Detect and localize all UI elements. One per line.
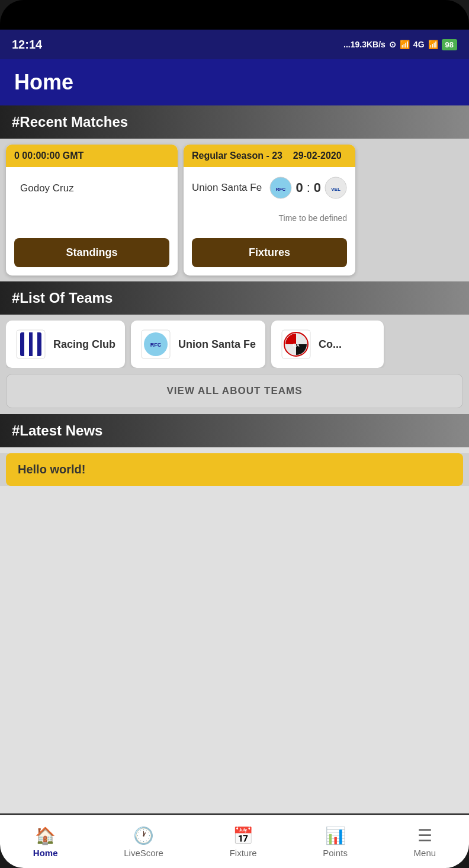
match-card-1-body: Godoy Cruz bbox=[6, 167, 178, 238]
home-icon: 🏠 bbox=[35, 826, 56, 845]
news-list: Hello world! bbox=[0, 453, 469, 486]
status-bar: 12:14 ...19.3KB/s ⊙ 📶 4G 📶 98 bbox=[0, 30, 469, 59]
match-time-info: Time to be defined bbox=[192, 213, 347, 223]
team-card-colon[interactable]: CA Co... bbox=[271, 321, 384, 368]
nav-fixture-label: Fixture bbox=[230, 848, 257, 858]
nav-menu-label: Menu bbox=[414, 848, 436, 858]
match-card-2-header: Regular Season - 23 29-02-2020 bbox=[184, 145, 355, 167]
match-card-1: 0 00:00:00 GMT Godoy Cruz Standings bbox=[6, 145, 178, 276]
nav-livescore[interactable]: 🕐 LiveScore bbox=[114, 821, 173, 863]
notch-area bbox=[0, 0, 469, 30]
latest-news-header: #Latest News bbox=[0, 414, 469, 447]
network-speed: ...19.3KB/s bbox=[343, 40, 386, 49]
svg-text:VEL: VEL bbox=[331, 187, 340, 192]
match-season: Regular Season - 23 bbox=[192, 150, 282, 161]
svg-rect-7 bbox=[33, 332, 37, 356]
bottom-nav: 🏠 Home 🕐 LiveScore 📅 Fixture 📊 Points ☰ … bbox=[0, 815, 469, 868]
teams-list: Racing Club RFC Union Santa Fe bbox=[6, 321, 463, 368]
score-area: RFC 0 : 0 VEL bbox=[269, 177, 347, 199]
status-time: 12:14 bbox=[12, 38, 42, 52]
match-date: 29-02-2020 bbox=[293, 150, 342, 161]
teams-content: Racing Club RFC Union Santa Fe bbox=[0, 315, 469, 414]
menu-icon: ☰ bbox=[417, 826, 432, 845]
racing-team-name: Racing Club bbox=[53, 338, 115, 351]
app-header: Home bbox=[0, 59, 469, 105]
notch bbox=[187, 9, 282, 21]
home-team-name: Union Santa Fe bbox=[192, 182, 269, 194]
union-team-name: Union Santa Fe bbox=[178, 338, 256, 351]
svg-text:CA: CA bbox=[293, 342, 300, 348]
away-team-logo: VEL bbox=[325, 177, 347, 199]
nav-points-label: Points bbox=[323, 848, 348, 858]
match-teams: Union Santa Fe RFC 0 : bbox=[192, 177, 347, 199]
svg-text:RFC: RFC bbox=[276, 187, 286, 192]
latest-news-section: #Latest News Hello world! bbox=[0, 414, 469, 486]
network-type: 4G bbox=[413, 40, 425, 49]
svg-rect-5 bbox=[20, 332, 41, 356]
wifi-icon: 📶 bbox=[428, 40, 438, 49]
cellular-signal: 📶 bbox=[400, 40, 410, 49]
recent-matches-section: #Recent Matches 0 00:00:00 GMT Godoy Cru… bbox=[0, 105, 469, 281]
status-right: ...19.3KB/s ⊙ 📶 4G 📶 98 bbox=[343, 39, 457, 50]
nav-fixture[interactable]: 📅 Fixture bbox=[220, 821, 266, 863]
nav-home[interactable]: 🏠 Home bbox=[24, 821, 68, 863]
fixtures-button[interactable]: Fixtures bbox=[192, 238, 347, 267]
score-separator: : bbox=[307, 180, 310, 196]
match-card-2: Regular Season - 23 29-02-2020 Union San… bbox=[184, 145, 355, 276]
recent-matches-list: 0 00:00:00 GMT Godoy Cruz Standings Regu… bbox=[0, 139, 469, 281]
news-title-1: Hello world! bbox=[18, 463, 85, 476]
team-card-racing[interactable]: Racing Club bbox=[6, 321, 125, 368]
teams-header: #List Of Teams bbox=[0, 281, 469, 315]
points-icon: 📊 bbox=[325, 826, 346, 845]
svg-text:RFC: RFC bbox=[150, 342, 162, 348]
colon-badge: CA bbox=[281, 329, 311, 360]
phone-frame: 12:14 ...19.3KB/s ⊙ 📶 4G 📶 98 Home #Rece… bbox=[0, 0, 469, 868]
fixture-icon: 📅 bbox=[233, 826, 253, 845]
recent-matches-header: #Recent Matches bbox=[0, 105, 469, 139]
team-card-union[interactable]: RFC Union Santa Fe bbox=[131, 321, 265, 368]
away-score: 0 bbox=[314, 180, 321, 196]
match-card-2-footer: Fixtures bbox=[184, 238, 355, 276]
teams-section: #List Of Teams bbox=[0, 281, 469, 414]
home-team-logo: RFC bbox=[269, 177, 292, 199]
home-score: 0 bbox=[295, 180, 303, 196]
view-all-teams-button[interactable]: VIEW ALL ABOUT TEAMS bbox=[6, 374, 463, 408]
nav-points[interactable]: 📊 Points bbox=[313, 821, 357, 863]
standings-button[interactable]: Standings bbox=[14, 238, 169, 267]
battery-indicator: 98 bbox=[442, 39, 457, 50]
livescore-icon: 🕐 bbox=[133, 826, 154, 845]
nav-home-label: Home bbox=[33, 848, 58, 858]
colon-team-name: Co... bbox=[319, 338, 342, 351]
match-card-1-header: 0 00:00:00 GMT bbox=[6, 145, 178, 167]
news-item-1[interactable]: Hello world! bbox=[6, 453, 463, 486]
racing-badge bbox=[15, 329, 46, 360]
main-content: #Recent Matches 0 00:00:00 GMT Godoy Cru… bbox=[0, 105, 469, 813]
svg-rect-6 bbox=[24, 332, 29, 356]
match-card-2-body: Union Santa Fe RFC 0 : bbox=[184, 167, 355, 238]
match-card-1-team: Godoy Cruz bbox=[14, 177, 169, 200]
nav-menu[interactable]: ☰ Menu bbox=[404, 821, 446, 863]
signal-icon: ⊙ bbox=[389, 40, 396, 49]
match-card-1-footer: Standings bbox=[6, 238, 178, 276]
page-title: Home bbox=[14, 70, 455, 95]
union-badge: RFC bbox=[140, 329, 171, 360]
nav-livescore-label: LiveScore bbox=[124, 848, 163, 858]
